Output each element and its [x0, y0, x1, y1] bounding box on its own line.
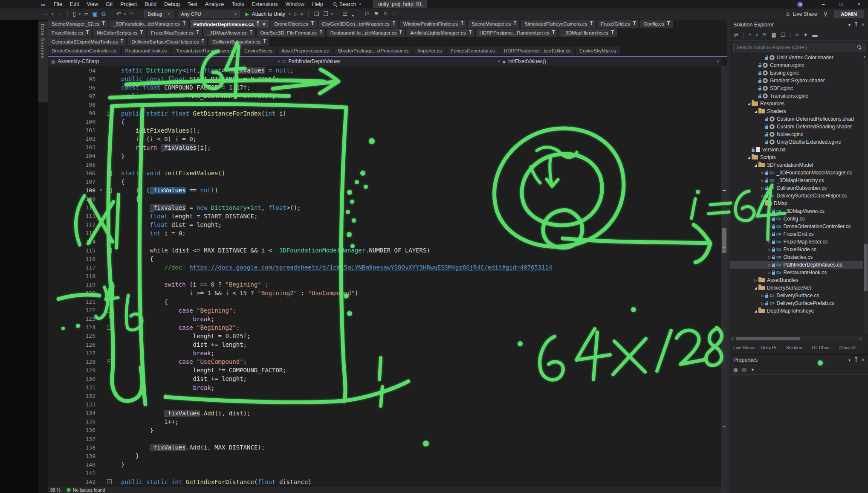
expand-arrow-icon[interactable]: ◢ [746, 102, 752, 106]
collapse-all-icon[interactable]: ▤ [771, 32, 776, 38]
collapse-region-icon[interactable]: − [107, 248, 112, 253]
tree-item-3dfoundationmodel[interactable]: ◢3DFoundationModel [730, 161, 863, 169]
tree-horizontal-scrollbar[interactable]: ◂ ▸ [730, 336, 863, 341]
pin-icon[interactable] [264, 40, 265, 43]
properties-tool-icon[interactable]: ✦ [804, 32, 808, 38]
attach-to-unity-button[interactable]: ▶ Attach to Unity ▾ [246, 11, 291, 17]
panel-tab-git-chan-[interactable]: Git Chan... [812, 345, 833, 350]
admin-button[interactable]: ADMIN [834, 10, 864, 18]
alphabetical-icon[interactable]: ▤ [742, 367, 746, 373]
code-line-111[interactable]: 111 float lenght = START_DISTANCE; [48, 212, 721, 220]
document-tab[interactable]: CollisionSubscriber.cs [208, 38, 269, 46]
expand-arrow-icon[interactable]: ▷ [760, 186, 765, 190]
document-tab[interactable]: ArtificialLightsManager.cs [406, 29, 474, 37]
sync-with-active-document-icon[interactable]: ⇄ [734, 32, 738, 38]
code-line-114[interactable]: 114 [48, 238, 721, 246]
document-tab[interactable]: FruxelGrid.cs [597, 20, 638, 28]
document-tab[interactable]: SceneManager.cs [468, 20, 519, 28]
tree-item-custom-deferredshading-shader[interactable]: Custom-DeferredShading.shader [730, 123, 863, 130]
code-line-103[interactable]: 103 return _fixValues[i]; [48, 143, 721, 152]
navbar-splitter-icon[interactable]: ▾ [717, 57, 719, 66]
refresh-icon[interactable]: ⟳ [762, 32, 767, 38]
tree-vertical-scrollbar[interactable] [864, 61, 868, 334]
code-line-98[interactable]: 98 [48, 100, 721, 109]
expand-arrow-icon[interactable]: ▷ [767, 271, 772, 275]
pin-icon[interactable] [462, 22, 463, 25]
tree-item-pathfinderdepthvalues-cs[interactable]: ▷C#PathfinderDepthValues.cs [730, 261, 863, 269]
close-icon[interactable]: × [862, 357, 865, 363]
menu-debug[interactable]: Debug [160, 0, 184, 9]
tree-item-shaders[interactable]: ◢Shaders [730, 107, 863, 115]
data-sources-tab[interactable]: Data Sources [38, 21, 48, 102]
tree-item-resources[interactable]: ◢Resources [730, 100, 863, 107]
code-line-96[interactable]: 96const float COMPOUND_FACTOR = 1.17f; [48, 83, 721, 92]
tree-item-fruxelmaptester-cs[interactable]: ▷C#FruxelMapTester.cs [730, 238, 863, 246]
pin-icon[interactable] [553, 31, 554, 34]
chevron-down-icon[interactable]: ▾ [848, 23, 851, 27]
code-line-130[interactable]: 130 dist += lenght; [48, 374, 721, 383]
navigate-back-icon[interactable]: ← [43, 9, 49, 19]
code-line-115[interactable]: 115− while (dist <= MAX_DISTANCE && i < … [48, 246, 721, 255]
expand-arrow-icon[interactable]: ◢ [746, 156, 752, 160]
code-line-138[interactable]: 138 _fixValues.Add(i, MAX_DISTANCE); [48, 443, 721, 452]
document-tab[interactable]: SimulatedFisheyeCamera.cs [521, 20, 596, 28]
document-tab[interactable]: CityGen3DGen...torWrapper.cs [318, 20, 398, 28]
indent-icon[interactable]: ☰ [342, 9, 347, 19]
solution-search-input[interactable]: Search Solution Explorer (Ctrl+;) [733, 43, 865, 52]
code-line-112[interactable]: 112 float dist = lenght; [48, 220, 721, 229]
tree-item-scripts[interactable]: ◢Scripts [730, 154, 863, 161]
code-line-122[interactable]: 122− case "Begining": [48, 306, 721, 315]
collapse-region-icon[interactable]: − [107, 171, 112, 176]
menu-extensions[interactable]: Extensions [248, 0, 281, 9]
tree-item--3dfoundationmodelmanager-cs[interactable]: ▷C#_3DFoundationModelManager.cs [730, 169, 863, 177]
document-tab[interactable]: Importer.cs [414, 46, 446, 55]
code-line-110[interactable]: 110 _fixValues = new Dictionary<int, flo… [48, 203, 721, 212]
document-tab[interactable]: DeliverySurfaceClassHelper.cs [127, 38, 207, 46]
tree-item-deliverysurface-cs[interactable]: ▷C#DeliverySurface.cs [730, 292, 863, 299]
code-line-105[interactable]: 105 [48, 160, 721, 169]
bookmark-prev-icon[interactable]: ⚑ [383, 9, 388, 19]
pin-icon[interactable] [312, 22, 313, 25]
start-without-debugging-icon[interactable]: ▷ [294, 11, 298, 17]
code-line-97[interactable]: 97public const float MAX_DISTANCE = 377.… [48, 92, 721, 100]
tree-item-dmap[interactable]: ◢DMap [730, 200, 863, 207]
view-code-icon[interactable]: ‹› [796, 32, 799, 38]
show-all-files-icon[interactable]: ❐ [781, 32, 786, 38]
document-tab[interactable]: FruxelNode.cs [48, 29, 92, 37]
panel-tab-class-vi-[interactable]: Class Vi... [839, 345, 859, 350]
maximize-button[interactable]: □ [832, 0, 850, 9]
scrollbar-thumb[interactable] [722, 228, 726, 253]
menu-file[interactable]: File [50, 0, 66, 9]
pin-icon[interactable] [321, 31, 321, 34]
code-line-131[interactable]: 131 break; [48, 383, 721, 392]
tree-item-common-cginc[interactable]: Common.cginc [730, 61, 863, 69]
expand-arrow-icon[interactable]: ◢ [753, 309, 758, 313]
expand-arrow-icon[interactable]: ▷ [760, 171, 765, 175]
editor-zoom-level[interactable]: 88 % [50, 487, 61, 493]
tree-item-fruxelnode-cs[interactable]: ▷C#FruxelNode.cs [730, 246, 863, 253]
code-line-101[interactable]: 101 initFixedValues(); [48, 126, 721, 135]
document-tab[interactable]: OneSec3D_FileFormat.cs [257, 29, 325, 37]
pin-icon[interactable] [400, 31, 401, 34]
collapse-region-icon[interactable]: − [107, 360, 112, 364]
scrollbar-thumb[interactable] [864, 244, 868, 291]
tree-item--3dmapviewer-cs[interactable]: ▷C#_3DMapViewer.cs [730, 207, 863, 215]
pin-icon[interactable] [103, 22, 104, 25]
collapse-region-icon[interactable]: − [107, 188, 112, 193]
document-tab[interactable]: SceneManager_02.cs [48, 20, 108, 28]
collapse-region-icon[interactable]: − [107, 308, 112, 313]
pin-icon[interactable] [258, 23, 258, 26]
code-line-119[interactable]: 119 switch (i == 0 ? "Begining" : [48, 280, 721, 289]
document-tab[interactable]: AssetPreprocessor.cs [278, 46, 333, 55]
tree-item-unitygbufferextended-cginc[interactable]: UnityGBufferExtended.cginc [730, 138, 863, 146]
expand-arrow-icon[interactable]: ▷ [767, 263, 772, 267]
menu-analyze[interactable]: Analyze [201, 0, 228, 9]
tree-item-deliverysurfaceclasshelper-cs[interactable]: ▷C#DeliverySurfaceClassHelper.cs [730, 192, 863, 200]
expand-arrow-icon[interactable]: ◢ [753, 286, 758, 290]
save-icon[interactable]: ▣ [92, 9, 97, 19]
breadcrumb-type[interactable]: ▾ ⚿ PathfinderDepthValues [278, 57, 341, 66]
document-tab[interactable]: DroneObject.cs [270, 20, 316, 28]
breadcrumb-project[interactable]: ▤ Assembly-CSharp [51, 57, 99, 66]
find-in-files-icon[interactable]: ❏ [314, 9, 319, 19]
collapse-region-icon[interactable]: − [107, 325, 112, 330]
